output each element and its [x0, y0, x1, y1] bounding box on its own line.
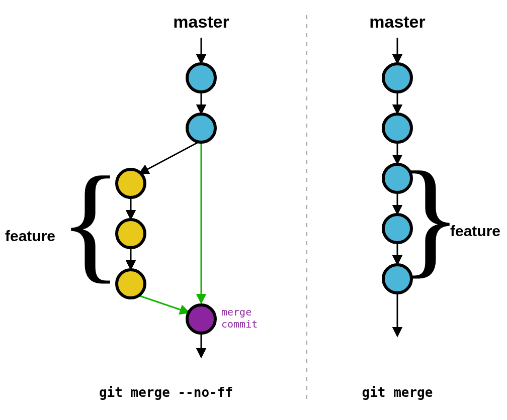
feature-label-left: feature — [5, 228, 55, 244]
edge — [138, 295, 189, 312]
master-label-left: master — [173, 12, 229, 31]
master-label-right: master — [369, 12, 426, 31]
commit-node-m2 — [187, 114, 215, 142]
command-right: git merge — [362, 385, 433, 400]
left-panel: master { feature merge commit git merge … — [5, 12, 258, 400]
commit-node-r1 — [383, 64, 411, 92]
commit-node-m1 — [187, 64, 215, 92]
edge — [140, 141, 201, 173]
feature-label-right: feature — [450, 223, 500, 239]
merge-commit-label-line1: merge — [221, 306, 251, 318]
commit-node-mc — [187, 305, 215, 333]
git-merge-diagram: master { feature merge commit git merge … — [0, 0, 507, 420]
commit-node-r2 — [383, 114, 411, 142]
command-left: git merge --no-ff — [99, 385, 233, 400]
merge-commit-label-line2: commit — [221, 318, 258, 330]
brace-right: } — [399, 145, 462, 289]
brace-left: { — [59, 150, 122, 294]
right-panel: master } feature git merge — [362, 12, 500, 400]
